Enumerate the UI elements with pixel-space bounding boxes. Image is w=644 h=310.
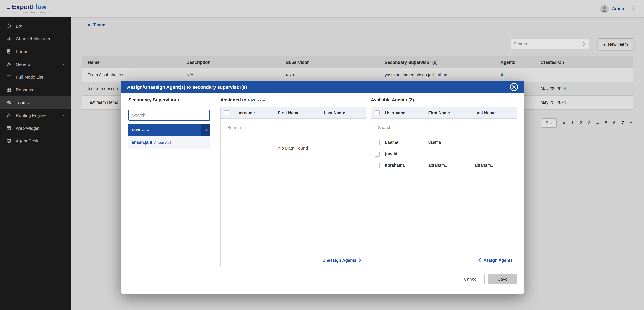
select-all-checkbox[interactable]: [224, 110, 229, 115]
row-checkbox[interactable]: [374, 152, 380, 156]
agent-row-abraham1[interactable]: abraham1 abraham1 abraham1: [371, 160, 517, 171]
assigned-title-prefix: Assigned to: [220, 98, 246, 102]
assigned-title: Assigned to raza raza: [220, 98, 265, 102]
unassign-agents-button[interactable]: Unassign Agents: [322, 258, 362, 263]
assigned-search: [221, 118, 366, 137]
supervisors-title: Secondary Supervisors: [128, 98, 179, 102]
agent-last-name: abraham1: [474, 163, 517, 168]
agent-username: usama: [385, 140, 428, 145]
agent-first-name: abraham1: [428, 163, 474, 168]
col-last-name: Last Name: [474, 110, 517, 115]
supervisor-fullname: Ahsen Jalil: [154, 140, 171, 144]
modal-actions: Cancel Save: [456, 274, 517, 284]
assign-agents-modal: Assign/Unassign Agent(s) to secondary su…: [121, 81, 524, 294]
modal-title: Assign/Unassign Agent(s) to secondary su…: [127, 84, 247, 90]
assign-agents-button[interactable]: Assign Agents: [478, 258, 513, 263]
assigned-list: No Data Found: [221, 137, 366, 255]
agent-username: junaid: [385, 152, 428, 156]
agent-row-usama[interactable]: usama usama: [371, 137, 517, 148]
assign-agents-label: Assign Agents: [484, 258, 513, 263]
select-all-checkbox[interactable]: [374, 110, 380, 115]
agent-first-name: usama: [428, 140, 474, 145]
supervisor-search-input[interactable]: [129, 113, 209, 118]
available-header-row: Username First Name Last Name: [371, 107, 517, 118]
modal-header: Assign/Unassign Agent(s) to secondary su…: [121, 81, 524, 94]
supervisor-item-ahsen-jalil[interactable]: ahsen.jalil Ahsen Jalil: [128, 136, 210, 148]
col-last-name: Last Name: [324, 110, 366, 115]
available-list: usama usama junaid abraham1 abraham1: [371, 137, 517, 255]
supervisor-search: [128, 110, 210, 121]
col-first-name: First Name: [428, 110, 474, 115]
unassign-agents-label: Unassign Agents: [322, 258, 356, 263]
assigned-supervisor-username: raza: [248, 98, 257, 102]
col-username: Username: [385, 110, 428, 115]
supervisor-item-raza[interactable]: raza raza 0: [128, 124, 210, 136]
available-search: [371, 118, 517, 137]
assigned-supervisor-name: raza: [258, 98, 265, 102]
available-footer: Assign Agents: [371, 255, 517, 266]
agent-row-junaid[interactable]: junaid: [371, 148, 517, 160]
col-username: Username: [234, 110, 278, 115]
assigned-header-row: Username First Name Last Name: [221, 107, 366, 118]
supervisor-username: ahsen.jalil: [132, 140, 152, 145]
close-icon: [512, 85, 516, 89]
chevron-right-icon: [359, 258, 362, 262]
chevron-left-icon: [478, 258, 481, 262]
modal-body: Secondary Supervisors Assigned to raza r…: [121, 94, 524, 294]
assigned-agents-box: Username First Name Last Name No Data Fo…: [220, 107, 366, 266]
save-button[interactable]: Save: [488, 274, 517, 284]
assigned-count-badge: 0: [201, 124, 210, 136]
available-agents-box: Username First Name Last Name usama usam…: [371, 107, 517, 266]
no-data-text: No Data Found: [221, 146, 366, 150]
cancel-button[interactable]: Cancel: [456, 274, 485, 284]
app-root: ≡ ExpertFlow your callcenter experts Adm…: [0, 0, 644, 310]
supervisor-fullname: raza: [142, 128, 149, 132]
assigned-footer: Unassign Agents: [221, 255, 366, 266]
row-checkbox[interactable]: [374, 163, 380, 168]
row-checkbox[interactable]: [374, 140, 380, 145]
close-button[interactable]: [510, 83, 518, 91]
supervisor-username: raza: [132, 128, 140, 132]
col-first-name: First Name: [278, 110, 324, 115]
agent-username: abraham1: [385, 163, 428, 168]
available-search-input[interactable]: [374, 122, 513, 134]
assigned-search-input[interactable]: [224, 122, 362, 134]
available-agents-title: Available Agents (3): [371, 98, 414, 102]
